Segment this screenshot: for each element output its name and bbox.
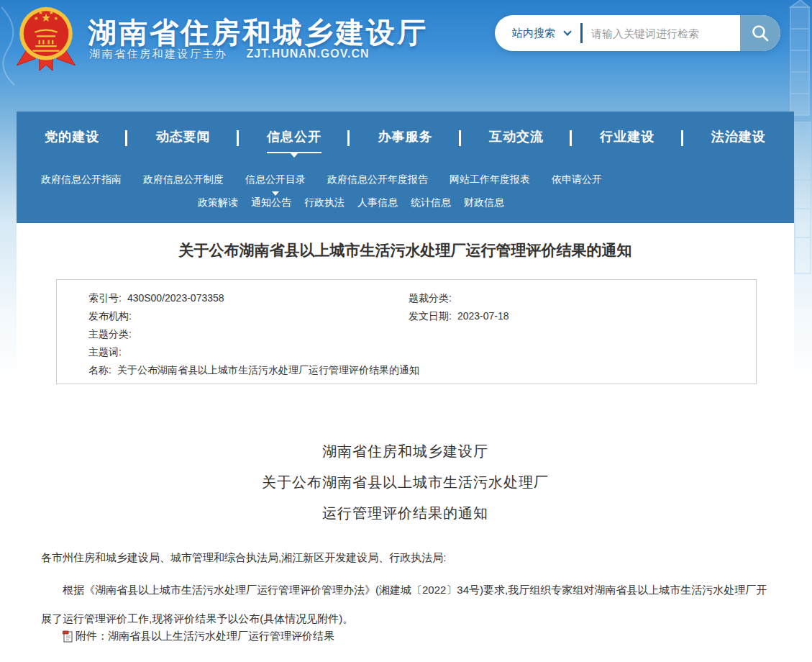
meta-issue-date: 发文日期:2023-07-18 xyxy=(409,310,742,328)
doc-title-line-2: 关于公布湖南省县以上城市生活污水处理厂 xyxy=(17,467,794,498)
submenu-row-1: 政府信息公开指南 政府信息公开制度 信息公开目录 政府信息公开年度报告 网站工作… xyxy=(17,173,794,186)
search-divider xyxy=(580,23,583,43)
submenu-item-on-request[interactable]: 依申请公开 xyxy=(552,173,602,186)
nav-item-services[interactable]: 办事服务 xyxy=(350,128,460,162)
search-button[interactable] xyxy=(740,15,780,51)
site-subtitle-row: 湖南省住房和建设厅主办 ZJT.HUNAN.GOV.CN xyxy=(89,47,369,61)
meta-topic-category: 主题分类: xyxy=(88,328,409,346)
meta-genre-category: 题裁分类: xyxy=(409,292,742,310)
submenu-item-enforcement[interactable]: 行政执法 xyxy=(304,196,345,209)
main-navigation: 党的建设 动态要闻 信息公开 办事服务 互动交流 行业建设 法治建设 政府信息公… xyxy=(17,112,794,223)
national-emblem-logo[interactable]: ★ ★ ★ ★ ★ xyxy=(13,4,79,73)
meta-document-name: 名称:关于公布湖南省县以上城市生活污水处理厂运行管理评价结果的通知 xyxy=(88,364,742,382)
site-title[interactable]: 湖南省住房和城乡建设厅 xyxy=(88,13,428,53)
submenu-item-annual-report[interactable]: 政府信息公开年度报告 xyxy=(327,173,428,186)
submenu-item-policy-interpretation[interactable]: 政策解读 xyxy=(198,196,238,209)
nav-item-information-disclosure[interactable]: 信息公开 xyxy=(239,128,350,162)
doc-title-line-1: 湖南省住房和城乡建设厅 xyxy=(17,436,794,467)
main-nav-row: 党的建设 动态要闻 信息公开 办事服务 互动交流 行业建设 法治建设 xyxy=(17,112,794,162)
salutation-paragraph: 各市州住房和城乡建设局、城市管理和综合执法局,湘江新区开发建设局、行政执法局: xyxy=(41,548,767,567)
nav-item-party-building[interactable]: 党的建设 xyxy=(17,128,127,162)
meta-index-number: 索引号:430S00/2023-073358 xyxy=(88,292,409,310)
nav-item-news[interactable]: 动态要闻 xyxy=(127,128,238,162)
nav-item-rule-of-law[interactable]: 法治建设 xyxy=(683,128,794,162)
submenu-item-notices[interactable]: 通知公告 xyxy=(251,196,291,209)
submenu-item-disclosure-guide[interactable]: 政府信息公开指南 xyxy=(41,173,122,186)
meta-keywords: 主题词: xyxy=(88,346,409,364)
submenu-item-finance[interactable]: 财政信息 xyxy=(464,196,504,209)
svg-text:★: ★ xyxy=(34,15,39,22)
attachment-link[interactable]: 湖南省县以上生活污水处理厂运行管理评价结果 xyxy=(108,630,334,643)
search-icon xyxy=(750,23,770,43)
svg-text:★: ★ xyxy=(38,9,43,16)
nav-item-interaction[interactable]: 互动交流 xyxy=(461,128,572,162)
submenu-item-statistics[interactable]: 统计信息 xyxy=(411,196,451,209)
document-meta-box: 索引号:430S00/2023-073358 题裁分类: 发布机构: 发文日期:… xyxy=(56,279,757,384)
content-area: 关于公布湖南省县以上城市生活污水处理厂运行管理评价结果的通知 索引号:430S0… xyxy=(17,223,794,662)
svg-text:★: ★ xyxy=(53,15,58,22)
nav-item-industry[interactable]: 行业建设 xyxy=(572,128,683,162)
chevron-down-icon xyxy=(563,27,571,35)
search-input[interactable] xyxy=(591,17,740,49)
page-title: 关于公布湖南省县以上城市生活污水处理厂运行管理评价结果的通知 xyxy=(17,240,794,260)
site-header: ★ ★ ★ ★ ★ 湖南省住房和城乡建设厅 湖南省住房和建设厅主办 ZJT.HU… xyxy=(0,0,812,109)
page: ★ ★ ★ ★ ★ 湖南省住房和城乡建设厅 湖南省住房和建设厅主办 ZJT.HU… xyxy=(0,0,812,662)
submenu-item-website-report[interactable]: 网站工作年度报表 xyxy=(450,173,530,186)
search-bar: 站内搜索 xyxy=(495,15,780,51)
attachment-row: 附件： 湖南省县以上生活污水处理厂运行管理评价结果 xyxy=(63,630,334,643)
submenu-row-2: 政策解读 通知公告 行政执法 人事信息 统计信息 财政信息 xyxy=(17,196,794,209)
search-scope-dropdown[interactable]: 站内搜索 xyxy=(495,27,570,40)
attachment-label: 附件： xyxy=(76,630,108,643)
document-body: 各市州住房和城乡建设局、城市管理和综合执法局,湘江新区开发建设局、行政执法局: … xyxy=(41,548,767,633)
attachment-file-icon xyxy=(63,630,73,643)
submenu-item-disclosure-catalog[interactable]: 信息公开目录 xyxy=(245,173,306,186)
main-paragraph: 根据《湖南省县以上城市生活污水处理厂运行管理评价管理办法》(湘建城〔2022〕3… xyxy=(41,576,767,633)
site-url: ZJT.HUNAN.GOV.CN xyxy=(247,47,370,60)
search-scope-label: 站内搜索 xyxy=(512,27,555,40)
site-sponsor-text: 湖南省住房和建设厅主办 xyxy=(89,47,228,61)
submenu-item-personnel[interactable]: 人事信息 xyxy=(357,196,398,209)
document-heading: 湖南省住房和城乡建设厅 关于公布湖南省县以上城市生活污水处理厂 运行管理评价结果… xyxy=(17,436,794,529)
doc-title-line-3: 运行管理评价结果的通知 xyxy=(17,498,794,529)
meta-issuing-agency: 发布机构: xyxy=(88,310,409,328)
submenu-item-disclosure-system[interactable]: 政府信息公开制度 xyxy=(143,173,224,186)
